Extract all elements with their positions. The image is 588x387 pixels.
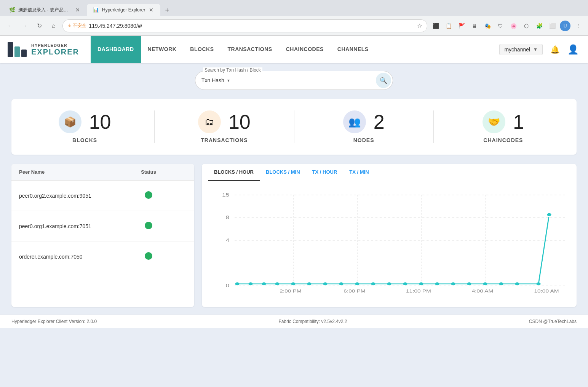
- notifications-button[interactable]: 🔔: [549, 43, 561, 56]
- svg-text:15: 15: [222, 192, 229, 197]
- chart-tab-tx-hour[interactable]: TX / HOUR: [306, 164, 344, 181]
- svg-text:4: 4: [226, 238, 229, 243]
- blocks-count: 10: [89, 112, 111, 132]
- tab-title-2: Hyperledger Explorer: [102, 7, 145, 13]
- chart-container: BLOCKS / HOUR BLOCKS / MIN TX / HOUR TX …: [202, 164, 577, 307]
- nav-item-transactions[interactable]: TRANSACTIONS: [220, 36, 279, 63]
- peer-status-2: [103, 211, 194, 241]
- search-button[interactable]: 🔍: [376, 73, 391, 88]
- nodes-label: NODES: [353, 137, 374, 143]
- search-container: Search by Txn Hash / Block Txn Hash ▼ 🔍: [11, 71, 577, 90]
- more-options-button[interactable]: ⋮: [573, 21, 583, 31]
- extension-btn-3[interactable]: 🚩: [456, 21, 467, 31]
- chart-tab-tx-min[interactable]: TX / MIN: [343, 164, 375, 181]
- app-container: HYPERLEDGER EXPLORER DASHBOARD NETWORK B…: [0, 36, 588, 387]
- nav-item-blocks[interactable]: BLOCKS: [183, 36, 220, 63]
- stat-card-transactions: 🗂 10 TRANSACTIONS: [162, 110, 286, 143]
- bookmark-icon[interactable]: ☆: [417, 22, 422, 29]
- stat-divider-3: [433, 110, 434, 143]
- svg-point-26: [451, 282, 455, 285]
- browser-tab-1[interactable]: 🌿 溯源信息录入 - 农产品溯源系统 ✕: [3, 4, 87, 16]
- address-input[interactable]: [89, 23, 415, 29]
- logo-block-1: [8, 42, 13, 57]
- chart-svg: 15 8 4 0: [208, 187, 570, 301]
- back-button[interactable]: ←: [5, 20, 16, 32]
- address-bar[interactable]: ⚠ 不安全 ☆: [62, 19, 427, 32]
- search-type-selector[interactable]: Txn Hash ▼: [195, 74, 236, 87]
- table-body: peer0.org2.example.com:9051 peer0.org1.e…: [11, 181, 194, 272]
- status-dot-2: [145, 222, 152, 229]
- tab-favicon-1: 🌿: [9, 7, 15, 13]
- user-profile-button[interactable]: 👤: [566, 43, 580, 56]
- chart-tab-blocks-min[interactable]: BLOCKS / MIN: [260, 164, 306, 181]
- status-dot-3: [145, 252, 152, 260]
- forward-button[interactable]: →: [19, 20, 30, 32]
- peers-table-container: Peer Name Status peer0.org2.example.com:…: [11, 164, 194, 307]
- stat-row-chaincodes: 🤝 1: [483, 110, 524, 133]
- blocks-icon: 📦: [59, 110, 81, 133]
- tab-close-1[interactable]: ✕: [75, 6, 81, 14]
- search-input[interactable]: [236, 74, 376, 87]
- transactions-count: 10: [228, 112, 251, 132]
- stat-row-blocks: 📦 10: [59, 110, 111, 133]
- refresh-button[interactable]: ↻: [34, 20, 45, 32]
- extension-btn-6[interactable]: 🛡: [495, 21, 506, 31]
- stat-card-blocks: 📦 10 BLOCKS: [23, 110, 147, 143]
- logo-icon: [8, 42, 27, 57]
- channel-selector[interactable]: mychannel ▼: [499, 44, 543, 55]
- table-row: peer0.org2.example.com:9051: [11, 181, 194, 211]
- logo-area: HYPERLEDGER EXPLORER: [8, 42, 79, 57]
- home-button[interactable]: ⌂: [48, 20, 59, 32]
- stat-divider-1: [154, 110, 155, 143]
- svg-point-12: [235, 282, 239, 285]
- footer-attribution: CSDN @TrueTechLabs: [529, 319, 577, 324]
- table-header-peer-name: Peer Name: [11, 164, 103, 180]
- logo-text: HYPERLEDGER EXPLORER: [31, 43, 79, 56]
- svg-point-32: [546, 213, 552, 217]
- logo-block-3: [21, 50, 27, 57]
- nav-item-dashboard[interactable]: DASHBOARD: [91, 36, 141, 63]
- svg-point-17: [307, 282, 311, 285]
- svg-point-20: [355, 282, 359, 285]
- chevron-down-icon: ▼: [533, 47, 538, 52]
- chaincodes-label: CHAINCODES: [483, 137, 523, 143]
- chaincodes-count: 1: [513, 112, 524, 132]
- logo-block-2: [14, 46, 20, 57]
- extension-btn-1[interactable]: ⬛: [430, 21, 441, 31]
- stat-row-transactions: 🗂 10: [198, 110, 251, 133]
- new-tab-button[interactable]: +: [162, 5, 172, 16]
- tab-close-2[interactable]: ✕: [148, 6, 154, 14]
- nav-item-chaincodes[interactable]: CHAINCODES: [279, 36, 331, 63]
- extension-btn-8[interactable]: ⬡: [521, 21, 532, 31]
- extension-btn-9[interactable]: 🧩: [534, 21, 545, 31]
- browser-toolbar: ← → ↻ ⌂ ⚠ 不安全 ☆ ⬛ 📋 🚩 🖥 🎭 🛡 🌸 ⬡ 🧩 ⬜ U ⋮: [0, 16, 588, 36]
- app-header: HYPERLEDGER EXPLORER DASHBOARD NETWORK B…: [0, 36, 588, 63]
- svg-point-23: [403, 282, 407, 285]
- table-row: peer0.org1.example.com:7051: [11, 211, 194, 241]
- tab-title-1: 溯源信息录入 - 农产品溯源系统: [18, 7, 72, 13]
- svg-point-31: [536, 282, 540, 285]
- chart-area: 15 8 4 0: [202, 181, 577, 307]
- transactions-icon: 🗂: [198, 110, 221, 133]
- nav-item-network[interactable]: NETWORK: [141, 36, 184, 63]
- extension-btn-5[interactable]: 🎭: [482, 21, 493, 31]
- svg-text:6:00 PM: 6:00 PM: [344, 289, 365, 293]
- svg-text:0: 0: [226, 283, 229, 288]
- profile-view-button[interactable]: ⬜: [547, 21, 558, 31]
- svg-point-22: [387, 282, 391, 285]
- status-dot-1: [145, 191, 152, 199]
- svg-text:11:00 PM: 11:00 PM: [406, 289, 431, 293]
- header-actions: 🔔 👤: [549, 43, 580, 56]
- extension-btn-2[interactable]: 📋: [443, 21, 454, 31]
- channel-name: mychannel: [504, 46, 530, 53]
- peer-name-1: peer0.org2.example.com:9051: [11, 182, 103, 209]
- stat-card-nodes: 👥 2 NODES: [302, 110, 426, 143]
- search-type-label: Txn Hash: [201, 77, 224, 83]
- user-profile-icon[interactable]: U: [560, 21, 570, 31]
- browser-tab-2[interactable]: 📊 Hyperledger Explorer ✕: [87, 4, 160, 16]
- extension-btn-7[interactable]: 🌸: [508, 21, 519, 31]
- extension-btn-4[interactable]: 🖥: [469, 21, 480, 31]
- nodes-icon: 👥: [343, 110, 366, 133]
- nav-item-channels[interactable]: CHANNELS: [331, 36, 375, 63]
- chart-tab-blocks-hour[interactable]: BLOCKS / HOUR: [208, 164, 260, 181]
